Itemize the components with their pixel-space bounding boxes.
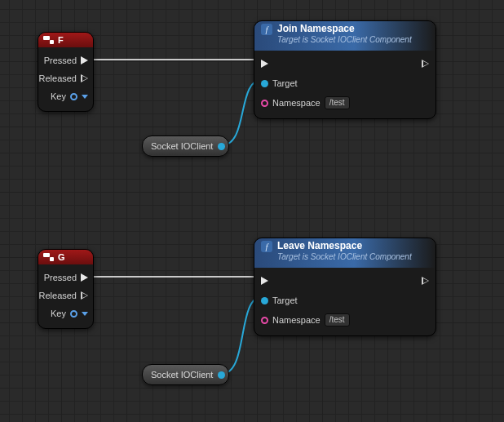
pin-exec-in[interactable] [261, 272, 350, 290]
event-header: F [38, 33, 93, 47]
data-pin-icon [218, 371, 225, 379]
function-header: f Leave Namespace Target is Socket IOCli… [254, 238, 435, 268]
pin-target[interactable]: Target [261, 74, 350, 92]
function-node-leave-namespace[interactable]: f Leave Namespace Target is Socket IOCli… [254, 238, 436, 336]
exec-pin-icon [261, 277, 268, 285]
event-header: G [38, 250, 93, 264]
data-pin-icon [261, 100, 268, 107]
pin-exec-in[interactable] [261, 55, 350, 73]
namespace-value[interactable]: /test [325, 96, 350, 109]
variable-node-socket-ioclient[interactable]: Socket IOClient [142, 364, 229, 385]
data-pin-icon [218, 143, 225, 150]
pin-pressed[interactable]: Pressed [43, 269, 88, 287]
pin-released[interactable]: Released [43, 69, 88, 87]
function-node-join-namespace[interactable]: f Join Namespace Target is Socket IOClie… [254, 20, 436, 119]
pin-exec-out[interactable] [422, 272, 429, 290]
keyboard-icon [43, 36, 54, 45]
graph-canvas[interactable]: F Pressed Released Key G Pressed Release… [0, 0, 504, 422]
function-icon: f [261, 24, 272, 35]
data-pin-icon [261, 297, 268, 304]
pin-exec-out[interactable] [422, 55, 429, 73]
namespace-value[interactable]: /test [325, 313, 350, 326]
data-pin-icon [261, 80, 268, 87]
pin-target[interactable]: Target [261, 291, 350, 309]
exec-pin-icon [261, 60, 268, 68]
variable-node-socket-ioclient[interactable]: Socket IOClient [142, 135, 229, 157]
function-subtitle: Target is Socket IOClient Component [277, 251, 412, 262]
exec-pin-icon [81, 56, 88, 64]
pin-key[interactable]: Key [43, 304, 88, 322]
pin-namespace[interactable]: Namespace/test [261, 311, 350, 329]
pin-namespace[interactable]: Namespace/test [261, 94, 350, 112]
data-pin-icon [70, 93, 77, 100]
chevron-down-icon [82, 95, 88, 99]
event-node-f[interactable]: F Pressed Released Key [38, 32, 94, 112]
event-key-label: F [58, 35, 64, 45]
variable-label: Socket IOClient [151, 141, 213, 151]
function-title: Join Namespace [277, 24, 412, 34]
data-pin-icon [261, 317, 268, 324]
exec-pin-icon [81, 273, 88, 282]
event-node-g[interactable]: G Pressed Released Key [38, 249, 94, 329]
variable-label: Socket IOClient [151, 370, 213, 380]
function-header: f Join Namespace Target is Socket IOClie… [254, 21, 435, 51]
pin-released[interactable]: Released [43, 287, 88, 304]
data-pin-icon [70, 310, 77, 318]
function-subtitle: Target is Socket IOClient Component [277, 34, 412, 45]
function-title: Leave Namespace [277, 241, 412, 251]
pin-pressed[interactable]: Pressed [43, 51, 88, 69]
event-key-label: G [58, 252, 65, 262]
exec-pin-icon [422, 60, 429, 68]
chevron-down-icon [82, 312, 88, 316]
keyboard-icon [43, 253, 54, 262]
exec-pin-icon [81, 291, 88, 300]
exec-pin-icon [422, 277, 429, 285]
function-icon: f [261, 241, 272, 252]
pin-key[interactable]: Key [43, 87, 88, 105]
exec-pin-icon [81, 74, 88, 82]
